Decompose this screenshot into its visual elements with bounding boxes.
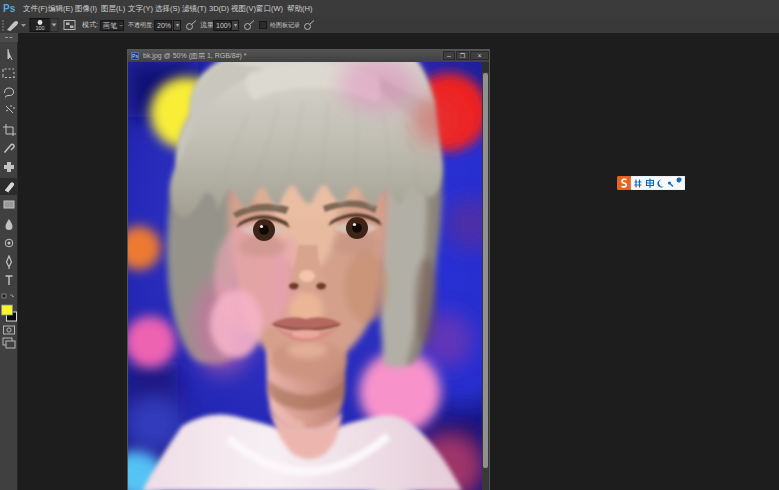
svg-text:100: 100: [35, 25, 44, 31]
